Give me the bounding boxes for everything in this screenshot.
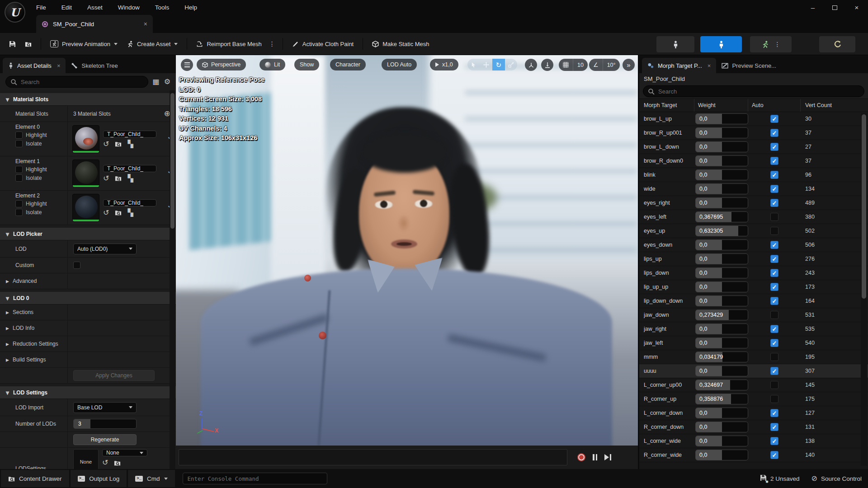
weight-spinbox[interactable]: 0,0 [695, 127, 748, 138]
auto-checkbox[interactable] [770, 241, 778, 249]
output-log-button[interactable]: >_ Output Log [71, 470, 127, 487]
expand-arrow-icon[interactable]: ▸ [6, 325, 9, 331]
highlight-row[interactable]: Highlight [15, 166, 67, 173]
weight-spinbox[interactable]: 0,0 [695, 183, 748, 194]
coordinate-space-button[interactable] [525, 59, 537, 71]
weight-spinbox[interactable]: 0,0 [695, 169, 748, 180]
morph-target-row[interactable]: R_corner_up 0,358876 175 [639, 392, 868, 406]
morph-target-row[interactable]: lip_down_down 0,0 164 [639, 294, 868, 308]
highlight-checkbox[interactable] [15, 131, 23, 139]
morph-target-row[interactable]: eyes_left 0,367695 380 [639, 210, 868, 224]
highlight-row[interactable]: Highlight [15, 200, 67, 207]
viewport-options-button[interactable] [181, 59, 193, 71]
grid-snap-value[interactable]: 10 [573, 62, 588, 68]
tab-close-icon[interactable]: × [144, 20, 147, 28]
morph-target-row[interactable]: R_corner_down 0,0 131 [639, 420, 868, 434]
make-static-mesh-button[interactable]: Make Static Mesh [368, 36, 434, 52]
morph-target-row[interactable]: eyes_up 0,632305 502 [639, 224, 868, 238]
lod-import-select[interactable]: Base LOD [73, 402, 137, 413]
weight-spinbox[interactable]: 0,358876 [695, 394, 748, 404]
weight-spinbox[interactable]: 0,0 [695, 197, 748, 208]
isolate-row[interactable]: Isolate [15, 140, 67, 147]
checker-icon[interactable]: ▚ [127, 141, 133, 148]
morph-target-row[interactable]: R_corner_wide 0,0 140 [639, 448, 868, 462]
lod0-subsection-row[interactable]: ▸ LOD Info [0, 320, 176, 336]
auto-checkbox[interactable] [770, 339, 778, 347]
step-forward-button[interactable] [604, 454, 611, 460]
view-options-icon[interactable]: ▦ [153, 78, 160, 85]
material-select[interactable]: T_Poor_Child_ [103, 131, 156, 138]
unreal-logo[interactable]: U [5, 2, 25, 23]
save-button[interactable] [5, 36, 20, 52]
isolate-row[interactable]: Isolate [15, 174, 67, 182]
character-button[interactable]: Character [330, 59, 366, 70]
animation-options-dots-icon[interactable]: ⋮ [774, 41, 781, 47]
show-button[interactable]: Show [294, 59, 319, 70]
source-control-button[interactable]: ⊘ Source Control [811, 475, 862, 482]
lod-settings-header[interactable]: ▾ LOD Settings [0, 386, 176, 399]
auto-checkbox[interactable] [770, 367, 778, 375]
morph-target-row[interactable]: wide 0,0 134 [639, 182, 868, 196]
auto-checkbox[interactable] [770, 171, 778, 179]
isolate-checkbox[interactable] [15, 209, 23, 216]
menu-item[interactable]: Asset [87, 4, 103, 11]
morph-target-row[interactable]: lip_up_up 0,0 173 [639, 280, 868, 294]
weight-spinbox[interactable]: 0,0 [695, 338, 748, 348]
auto-checkbox[interactable] [770, 255, 778, 263]
morph-target-row[interactable]: jaw_left 0,0 540 [639, 336, 868, 350]
weight-spinbox[interactable]: 0,0 [695, 113, 748, 124]
close-button[interactable]: × [854, 4, 860, 11]
scrollbar-thumb[interactable] [170, 93, 175, 229]
apply-changes-button[interactable]: Apply Changes [73, 370, 155, 381]
highlight-row[interactable]: Highlight [15, 131, 67, 139]
morph-target-row[interactable]: jaw_right 0,0 535 [639, 322, 868, 336]
auto-checkbox[interactable] [770, 451, 778, 459]
lit-button[interactable]: Lit [259, 59, 285, 70]
advanced-row[interactable]: ▸ Advanced [0, 273, 176, 289]
minimize-button[interactable]: – [810, 4, 816, 11]
browse-to-asset-icon[interactable] [114, 460, 121, 466]
auto-checkbox[interactable] [770, 143, 778, 151]
tab-asset-details[interactable]: Asset Details × [3, 58, 66, 73]
morph-target-row[interactable]: brow_R_up001 0,0 37 [639, 126, 868, 140]
isolate-checkbox[interactable] [15, 174, 23, 182]
playback-speed-button[interactable]: x1,0 [430, 59, 458, 70]
preview-animation-button[interactable]: Preview Animation [46, 36, 122, 52]
angle-snap-control[interactable]: ∠ 10° [589, 59, 620, 71]
checker-icon[interactable]: ▚ [127, 175, 133, 182]
rotate-tool[interactable]: ↻ [492, 59, 505, 70]
morph-target-row[interactable]: brow_L_down 0,0 27 [639, 140, 868, 154]
weight-spinbox[interactable]: 0,0 [695, 450, 748, 460]
auto-checkbox[interactable] [770, 311, 778, 319]
menu-item[interactable]: Window [118, 4, 140, 11]
lod-select[interactable]: Auto (LOD0) [73, 244, 137, 254]
weight-spinbox[interactable]: 0,0 [695, 141, 748, 152]
number-of-lods-spinbox[interactable]: 3 [73, 419, 137, 429]
morph-target-row[interactable]: lips_down 0,0 243 [639, 266, 868, 280]
weight-spinbox[interactable]: 0,324697 [695, 380, 748, 390]
auto-checkbox[interactable] [770, 157, 778, 165]
auto-checkbox[interactable] [770, 115, 778, 123]
weight-spinbox[interactable]: 0,0 [695, 282, 748, 292]
menu-item[interactable]: File [36, 4, 46, 11]
surface-snap-button[interactable] [541, 59, 553, 71]
tab-morph-target-preview[interactable]: Morph Target P... × [642, 58, 716, 73]
auto-checkbox[interactable] [770, 283, 778, 291]
maximize-button[interactable] [832, 5, 837, 10]
highlight-checkbox[interactable] [15, 166, 23, 173]
scale-tool[interactable] [505, 59, 518, 70]
auto-checkbox[interactable] [770, 395, 778, 403]
expand-arrow-icon[interactable]: ▸ [6, 309, 9, 315]
morph-target-row[interactable]: L_corner_down 0,0 127 [639, 406, 868, 420]
morph-search-input[interactable] [658, 88, 859, 95]
auto-checkbox[interactable] [770, 199, 778, 207]
record-button[interactable] [577, 453, 585, 461]
scrollbar-thumb[interactable] [862, 114, 866, 299]
material-thumbnail[interactable] [72, 194, 99, 222]
weight-spinbox[interactable]: 0,0 [695, 296, 748, 306]
more-tools-button[interactable]: » [623, 59, 635, 71]
timeline-track[interactable] [179, 449, 567, 465]
search-box[interactable] [643, 85, 864, 97]
lod0-subsection-row[interactable]: ▸ Sections [0, 305, 176, 320]
activate-cloth-paint-button[interactable]: Activate Cloth Paint [288, 36, 358, 52]
